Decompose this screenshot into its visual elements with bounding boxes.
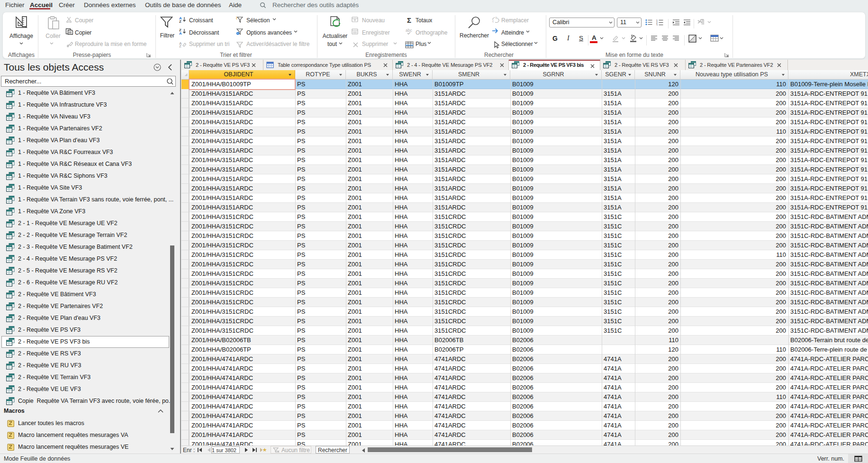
- svg-text:b: b: [496, 16, 497, 19]
- svg-text:abc: abc: [406, 28, 412, 33]
- svg-text:c: c: [492, 19, 494, 23]
- svg-text:Z: Z: [179, 44, 181, 47]
- svg-text:3: 3: [656, 24, 658, 26]
- svg-text:Z: Z: [179, 19, 181, 23]
- svg-text:A: A: [179, 31, 182, 35]
